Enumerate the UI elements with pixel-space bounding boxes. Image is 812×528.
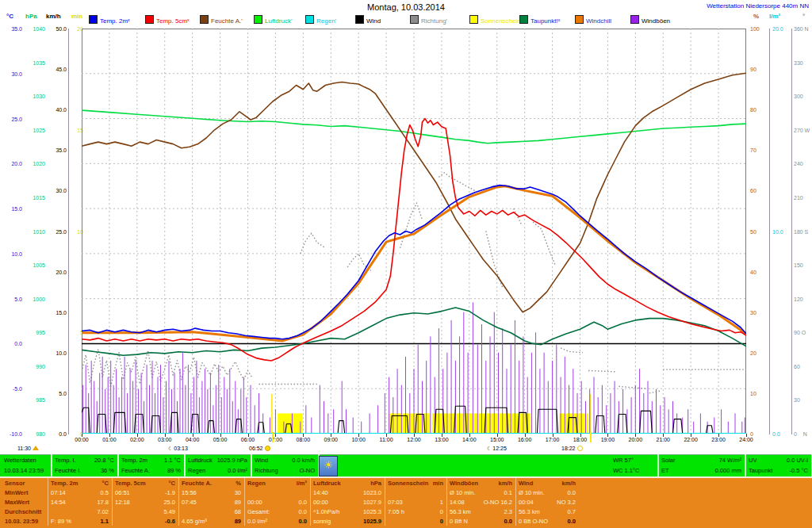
- time-tick-mark: [137, 434, 138, 437]
- time-tick-label: 05:00: [207, 437, 234, 442]
- time-tick-label: 15:00: [484, 437, 511, 442]
- table-cell-left: 14:40: [313, 488, 328, 498]
- legend-item-5: Regen': [305, 15, 336, 24]
- axis-unit-c: °C: [6, 13, 13, 20]
- status-label: WC 1.1°C: [613, 465, 639, 476]
- table-cell-value: 0.0: [568, 488, 576, 498]
- legend-item-7: Richtung': [410, 15, 447, 24]
- moon-icon: ☾: [487, 446, 492, 452]
- legend-swatch-icon: [355, 15, 364, 24]
- legend-swatch-icon: [254, 15, 262, 24]
- table-cell-value: NO 3.2: [557, 498, 576, 507]
- table-col-unit: hPa: [370, 479, 381, 488]
- status-right-section-2: Solar74 W/m²ET0.000 mm: [659, 455, 744, 476]
- axis-tick-label: 1035: [18, 60, 45, 66]
- axis-tick-label: 30: [750, 310, 782, 316]
- legend-label: Temp. 5cmˣ: [156, 17, 190, 25]
- legend-label: Wind: [366, 17, 381, 25]
- table-divider: [515, 478, 516, 526]
- axis-tick-label: 30: [794, 397, 812, 403]
- time-tick-mark: [248, 434, 249, 437]
- status-value: 0.0 km/h: [292, 455, 315, 465]
- direction-axis-line: [791, 29, 792, 434]
- legend-label: Sonnenschein: [481, 17, 521, 25]
- table-cell-value: 1027.9: [363, 498, 381, 507]
- legend-swatch-icon: [575, 15, 584, 24]
- marker-time: 11:30: [17, 446, 31, 451]
- status-label: ET: [661, 465, 669, 476]
- table-cell-left: 06:51: [115, 488, 130, 498]
- axis-tick-label: 15.0: [40, 310, 67, 316]
- axis-tick-label: 5: [56, 330, 83, 335]
- table-divider: [112, 478, 113, 526]
- time-tick-label: 11:00: [373, 437, 400, 442]
- table-cell-left: sonnig: [313, 517, 331, 526]
- time-tick-label: 10:00: [345, 437, 372, 442]
- time-tick-mark: [414, 434, 415, 437]
- time-tick-label: 00:00: [68, 437, 95, 442]
- table-cell-value: 89: [235, 517, 241, 526]
- status-label: Regen: [188, 465, 205, 476]
- axis-tick-label: 1030: [18, 94, 45, 99]
- table-cell-left: 14:08: [450, 498, 465, 507]
- time-tick-label: 23:00: [705, 437, 732, 442]
- legend-item-10: Windchill: [575, 15, 611, 24]
- legend-item-8: Sonnenschein: [469, 15, 521, 24]
- time-tick-mark: [442, 434, 442, 437]
- status-right-section-3: UV0.0 UV-ITaupunkt-0.5 °C: [746, 455, 810, 476]
- axis-tick-label: 30.0: [40, 188, 67, 193]
- time-tick-label: 17:00: [539, 437, 566, 442]
- status-right-section-1: WR 57°WC 1.1°C: [611, 455, 657, 476]
- axis-tick-label: 1005: [18, 262, 45, 268]
- axis-tick-label: 20.0: [40, 270, 67, 275]
- axis-tick-label: 10: [56, 229, 83, 235]
- legend-label: Windböen: [642, 17, 670, 25]
- status-label: Wind: [255, 455, 268, 465]
- status-value: 0.0 l/m²: [228, 465, 247, 476]
- status-label: Taupunkt: [749, 465, 772, 476]
- table-cell-value: 0.1: [504, 488, 512, 498]
- legend-label: Taupunkt!ˣ: [530, 17, 560, 25]
- axis-tick-label: 10.0: [40, 350, 67, 356]
- table-cell-value: 5.49: [163, 507, 175, 517]
- time-tick-label: 04:00: [179, 437, 206, 442]
- moon-icon: ☾: [168, 446, 173, 452]
- table-col-header: Wind: [519, 479, 533, 488]
- axis-tick-label: 60: [794, 364, 812, 369]
- table-cell-left: Gesamt:: [247, 507, 270, 517]
- time-tick-mark: [275, 434, 276, 437]
- table-col-header: Luftdruck: [313, 479, 341, 488]
- axis-tick-label: -5.0: [0, 386, 22, 392]
- legend-item-3: Feuchte A.': [200, 15, 243, 24]
- status-label: Temp. 2m: [121, 455, 147, 465]
- table-cell-value: -1.9: [165, 488, 175, 498]
- time-tick-mark: [663, 434, 664, 437]
- axis-tick-label: 330: [794, 60, 812, 66]
- status-value: O-NO: [299, 465, 315, 476]
- legend-item-9: Taupunkt!ˣ: [519, 15, 560, 24]
- status-value: 20.8 °C: [94, 455, 114, 465]
- table-cell-value: 2.3: [504, 507, 512, 517]
- table-cell-value: 89: [235, 498, 241, 507]
- axis-tick-label: 180 S: [794, 229, 812, 235]
- time-tick-mark: [746, 434, 747, 437]
- weather-sun-icon: ☀: [319, 456, 338, 476]
- axis-tick-label: 240: [794, 161, 812, 166]
- time-tick-mark: [553, 434, 553, 437]
- table-cell-left: 00:00: [313, 498, 328, 507]
- left-axis-line: [68, 29, 69, 434]
- time-tick-mark: [109, 434, 110, 437]
- time-tick-label: 24:00: [733, 437, 760, 442]
- axis-tick-label: 360 N: [794, 26, 812, 32]
- marker-1822: 18:22: [561, 446, 583, 451]
- table-cell-value: 68: [235, 507, 241, 517]
- axis-tick-label: 80: [750, 107, 782, 113]
- status-label: 10.03.14 23:59: [4, 465, 44, 476]
- time-tick-mark: [607, 434, 608, 437]
- axis-tick-label: 1020: [18, 161, 45, 166]
- sun-event-tick: [272, 432, 274, 442]
- status-label: Temp. I.: [55, 455, 76, 465]
- time-tick-label: 19:00: [594, 437, 621, 442]
- axis-tick-label: 60: [750, 188, 782, 193]
- status-section-4: Luftdruck1025.9 hPaRegen0.0 l/m²: [186, 455, 250, 476]
